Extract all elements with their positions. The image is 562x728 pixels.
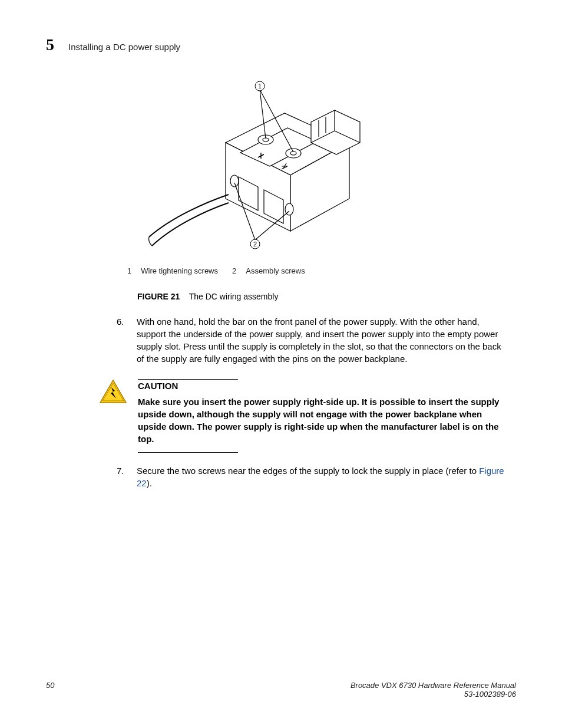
legend-1-num: 1 <box>127 266 131 275</box>
step-7-number: 7. <box>117 465 137 489</box>
figure-caption-text: The DC wiring assembly <box>189 292 279 301</box>
step-6-text: With one hand, hold the bar on the front… <box>137 315 510 365</box>
chapter-title: Installing a DC power supply <box>68 42 180 52</box>
caution-title: CAUTION <box>138 380 178 392</box>
chapter-number: 5 <box>46 35 54 54</box>
step-6: 6. With one hand, hold the bar on the fr… <box>117 315 510 365</box>
caution-block: CAUTION Make sure you insert the power s… <box>99 379 510 445</box>
part-number: 53-1002389-06 <box>351 690 516 699</box>
step-7: 7. Secure the two screws near the edges … <box>117 465 510 489</box>
page-number: 50 <box>46 681 54 699</box>
callout-2: 2 <box>253 241 257 248</box>
caution-end-rule <box>138 452 238 453</box>
manual-title: Brocade VDX 6730 Hardware Reference Manu… <box>351 681 516 690</box>
dc-wiring-assembly-diagram: 1 2 <box>137 78 385 255</box>
legend-2-text: Assembly screws <box>246 266 305 275</box>
figure-label: FIGURE 21 <box>137 292 180 301</box>
callout-1: 1 <box>258 83 262 90</box>
step-7-text: Secure the two screws near the edges of … <box>137 465 510 489</box>
legend-1-text: Wire tightening screws <box>141 266 218 275</box>
figure-legend: 1 Wire tightening screws 2 Assembly scre… <box>127 266 516 275</box>
figure-caption: FIGURE 21 The DC wiring assembly <box>137 292 516 301</box>
caution-text: Make sure you insert the power supply ri… <box>138 396 510 445</box>
page-footer: 50 Brocade VDX 6730 Hardware Reference M… <box>46 681 516 699</box>
legend-2-num: 2 <box>232 266 236 275</box>
page-header: 5 Installing a DC power supply <box>46 35 516 54</box>
step-6-number: 6. <box>117 315 137 365</box>
svg-point-9 <box>230 175 239 187</box>
caution-icon <box>99 379 127 445</box>
figure-21-illustration: 1 2 <box>137 78 516 255</box>
